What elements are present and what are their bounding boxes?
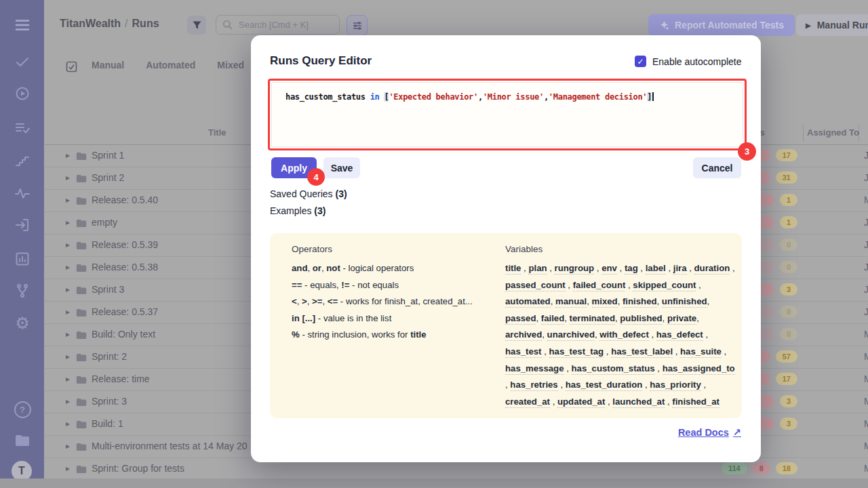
runs-play-circle-icon[interactable] <box>14 85 31 102</box>
status-badge: 17 <box>776 149 797 161</box>
milestones-steps-icon[interactable] <box>14 152 31 169</box>
reports-bar-chart-icon[interactable] <box>14 250 31 268</box>
expand-caret-icon[interactable]: ▸ <box>66 279 70 301</box>
expand-caret-icon[interactable]: ▸ <box>66 167 70 189</box>
defects-pulse-icon[interactable] <box>14 184 31 202</box>
help-icon[interactable]: ? <box>14 401 31 418</box>
select-all-icon[interactable] <box>65 60 78 76</box>
expand-caret-icon[interactable]: ▸ <box>66 323 70 346</box>
expand-caret-icon[interactable]: ▸ <box>66 346 70 368</box>
status-badge: 0 <box>780 306 797 318</box>
breadcrumb-project[interactable]: TitanWealth <box>60 18 121 29</box>
expand-caret-icon[interactable]: ▸ <box>66 301 70 323</box>
assigned-to-initial: J <box>864 144 868 167</box>
status-badge: 3 <box>780 283 797 296</box>
status-badge: 1 <box>780 216 797 228</box>
app-window: ⚙ ? T TitanWealth/Runs Report Automated … <box>0 0 868 488</box>
expand-caret-icon[interactable]: ▸ <box>66 435 70 458</box>
tab-mixed[interactable]: Mixed <box>217 60 244 70</box>
examples-link[interactable]: Examples (3) <box>270 205 326 216</box>
expand-caret-icon[interactable]: ▸ <box>66 189 70 211</box>
folder-icon <box>76 442 87 454</box>
breadcrumb: TitanWealth/Runs <box>60 18 159 30</box>
assigned-to-initial: J <box>864 211 868 234</box>
row-title: Sprint 1 <box>92 144 124 167</box>
expand-caret-icon[interactable]: ▸ <box>66 390 70 413</box>
modal-title: Runs Query Editor <box>270 54 372 68</box>
status-badge: 31 <box>776 171 797 184</box>
query-editor-inner[interactable]: has_custom_status in ['Expected behavior… <box>271 82 743 147</box>
status-badge: 3 <box>780 395 797 407</box>
row-title: Build: Only text <box>92 323 155 346</box>
funnel-icon <box>192 20 202 30</box>
help-line: has_test , has_test_tag , has_test_label… <box>505 344 732 361</box>
folder-icon <box>76 397 87 409</box>
expand-caret-icon[interactable]: ▸ <box>66 144 70 167</box>
view-settings-button[interactable] <box>347 15 368 36</box>
row-title: Multi-environment tests at 14 May 20 <box>92 435 248 458</box>
column-divider <box>803 125 804 142</box>
expand-caret-icon[interactable]: ▸ <box>66 458 70 480</box>
status-badge: 8 <box>753 462 770 474</box>
row-title: Release: 0.5.37 <box>92 301 158 323</box>
expand-caret-icon[interactable]: ▸ <box>66 256 70 279</box>
assigned-to-initial: M <box>864 323 868 346</box>
report-automated-tests-button[interactable]: Report Automated Tests <box>648 14 795 36</box>
expand-caret-icon[interactable]: ▸ <box>66 413 70 435</box>
filter-button[interactable] <box>187 16 206 35</box>
enable-autocomplete-toggle[interactable]: ✓ Enable autocomplete <box>635 56 742 67</box>
help-line: , has_retries , has_test_duration , has_… <box>505 377 732 394</box>
status-badge: 0 <box>780 239 797 251</box>
test-plans-list-check-icon[interactable] <box>14 119 31 137</box>
query-editor[interactable]: has_custom_status in ['Expected behavior… <box>268 79 747 150</box>
row-title: Sprint: Group for tests <box>92 458 184 480</box>
search-box[interactable] <box>216 15 340 35</box>
help-line: passed_count , failed_count , skipped_co… <box>505 277 732 294</box>
column-title[interactable]: Title <box>208 127 226 138</box>
row-title: Release: 0.5.38 <box>92 256 158 279</box>
save-button[interactable]: Save <box>323 157 360 178</box>
external-link-icon: ↗ <box>733 427 741 438</box>
status-badge: 0 <box>780 261 797 273</box>
assigned-to-initial: M <box>864 413 868 435</box>
projects-folder-icon[interactable] <box>14 432 31 449</box>
folder-icon <box>76 151 87 163</box>
configurations-branch-icon[interactable] <box>14 282 31 300</box>
help-line: passed, failed, terminated, published, p… <box>505 310 732 327</box>
automation-star-icon <box>659 20 669 30</box>
search-input[interactable] <box>237 19 328 30</box>
settings-gear-icon[interactable]: ⚙ <box>14 314 31 332</box>
row-title: Release: 0.5.39 <box>92 234 158 256</box>
help-line: in [...] - value is in the list <box>292 310 473 327</box>
expand-caret-icon[interactable]: ▸ <box>66 211 70 234</box>
assigned-to-initial: M <box>864 189 868 211</box>
saved-queries-link[interactable]: Saved Queries (3) <box>270 188 347 199</box>
manual-run-button[interactable]: ▶ Manual Run <box>796 14 868 36</box>
assigned-to-initial: J <box>864 301 868 323</box>
column-assigned-to[interactable]: Assigned To <box>807 127 859 138</box>
help-line: and, or, not - logical operators <box>292 260 473 277</box>
tab-manual[interactable]: Manual <box>92 60 124 70</box>
expand-caret-icon[interactable]: ▸ <box>66 234 70 256</box>
status-badge: 18 <box>776 462 797 474</box>
operators-section: Operators and, or, not - logical operato… <box>292 244 473 344</box>
column-divider <box>859 125 859 142</box>
menu-icon[interactable] <box>14 16 31 34</box>
row-title: Sprint 2 <box>92 167 124 189</box>
tab-automated[interactable]: Automated <box>146 60 195 70</box>
checkbox-checked-icon[interactable]: ✓ <box>635 56 646 67</box>
help-line: % - string inclusion, works for title <box>292 327 473 344</box>
cancel-button[interactable]: Cancel <box>693 157 741 178</box>
help-line: title , plan , rungroup , env , tag , la… <box>505 260 732 277</box>
assigned-to-initial: J <box>864 279 868 301</box>
folder-icon <box>76 330 87 342</box>
row-title: Sprint: 3 <box>92 390 127 413</box>
row-title: Release: 0.5.40 <box>92 189 158 211</box>
expand-caret-icon[interactable]: ▸ <box>66 368 70 390</box>
search-icon <box>222 20 233 30</box>
read-docs-link[interactable]: Read Docs↗ <box>678 427 741 438</box>
tests-check-icon[interactable] <box>14 53 31 70</box>
query-text[interactable]: has_custom_status in ['Expected behavior… <box>285 92 729 102</box>
breadcrumb-page: Runs <box>132 18 159 29</box>
requirements-sign-in-icon[interactable] <box>14 216 31 234</box>
